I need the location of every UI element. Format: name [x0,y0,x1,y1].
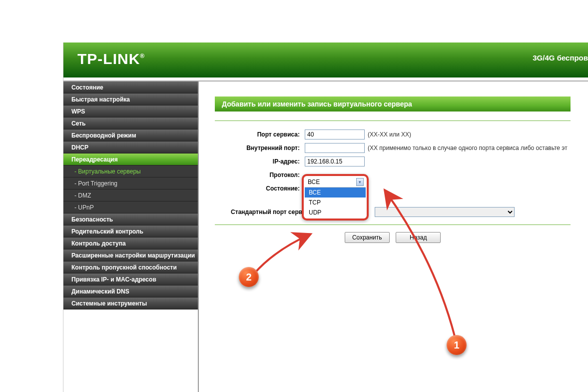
menu-ip-mac-binding[interactable]: Привязка IP- и MAC-адресов [63,274,198,286]
menu-bandwidth[interactable]: Контроль пропускной способности [63,262,198,274]
menu-status[interactable]: Состояние [63,82,198,94]
divider [215,120,571,121]
label-internal-port: Внутренний порт: [215,144,305,152]
menu-wireless[interactable]: Беспроводной режим [63,130,198,142]
submenu-virtual-servers[interactable]: - Виртуальные серверы [63,166,198,178]
internal-port-hint: (XX применимо только в случае одного пор… [368,144,568,152]
submenu-port-triggering[interactable]: - Port Triggering [63,178,198,190]
menu-quick-setup[interactable]: Быстрая настройка [63,94,198,106]
logo-text: TP-LINK [77,50,140,67]
save-button[interactable]: Сохранить [345,232,390,243]
header: TP-LINK® 3G/4G беспров [63,42,588,78]
menu-system-tools[interactable]: Системные инструменты [63,298,198,310]
menu-parental[interactable]: Родительский контроль [63,226,198,238]
menu-forwarding[interactable]: Переадресация [63,154,198,166]
menu-security[interactable]: Безопасность [63,214,198,226]
protocol-option-all[interactable]: ВСЕ [305,188,366,198]
protocol-select[interactable]: ВСЕ ▾ [305,177,366,188]
row-std-port: Стандартный порт сервиса: [215,206,571,218]
header-separator [63,78,588,82]
router-admin-window: TP-LINK® 3G/4G беспров Состояние Быстрая… [63,42,588,392]
button-row: Сохранить Назад [215,232,571,243]
menu-wps[interactable]: WPS [63,106,198,118]
header-tagline: 3G/4G беспров [533,54,588,62]
panel-title: Добавить или изменить запись виртуальног… [215,96,571,112]
label-protocol: Протокол: [215,172,305,178]
row-state: Состояние: [215,182,571,195]
row-protocol: Протокол: ВСЕ ▾ ВСЕ TCP UDP [215,168,571,182]
protocol-option-udp[interactable]: UDP [305,208,366,218]
ip-input[interactable] [305,156,365,166]
virtual-server-form: Порт сервиса: (XX-XX или XX) Внутренний … [215,128,571,218]
service-port-input[interactable] [305,130,365,140]
protocol-option-tcp[interactable]: TCP [305,198,366,208]
label-state: Состояние: [215,185,305,192]
logo-reg: ® [140,52,145,60]
label-service-port: Порт сервиса: [215,131,305,138]
row-ip: IP-адрес: [215,155,571,168]
chevron-down-icon[interactable]: ▾ [356,178,364,186]
internal-port-input[interactable] [305,143,365,153]
annotation-badge-1: 1 [447,335,467,355]
logo: TP-LINK® [77,50,145,68]
menu-routing[interactable]: Расширенные настройки маршрутизации [63,250,198,262]
sidebar: Состояние Быстрая настройка WPS Сеть Бес… [63,82,199,392]
menu-dhcp[interactable]: DHCP [63,142,198,154]
label-ip: IP-адрес: [215,158,305,165]
protocol-dropdown-open: ВСЕ ▾ ВСЕ TCP UDP [302,174,369,220]
protocol-selected-text: ВСЕ [308,178,320,186]
annotation-badge-2: 2 [239,267,259,287]
row-internal-port: Внутренний порт: (XX применимо только в … [215,142,571,154]
menu-network[interactable]: Сеть [63,118,198,130]
row-service-port: Порт сервиса: (XX-XX или XX) [215,128,571,141]
menu-access-control[interactable]: Контроль доступа [63,238,198,250]
back-button[interactable]: Назад [396,232,441,243]
divider-bottom [215,224,571,225]
service-port-hint: (XX-XX или XX) [368,131,411,138]
submenu-upnp[interactable]: - UPnP [63,202,198,214]
menu-ddns[interactable]: Динамический DNS [63,286,198,298]
std-port-select[interactable] [375,207,515,217]
main-panel: Добавить или изменить запись виртуальног… [199,82,588,392]
submenu-dmz[interactable]: - DMZ [63,190,198,202]
